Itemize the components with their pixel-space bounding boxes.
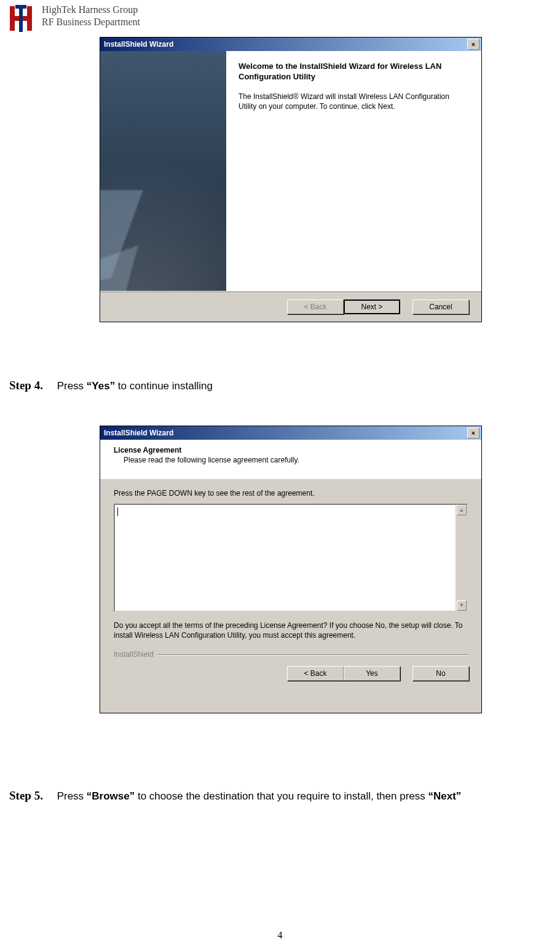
- close-icon[interactable]: ×: [467, 427, 479, 438]
- installshield-label: InstallShield: [114, 650, 154, 659]
- license-textarea[interactable]: [114, 504, 457, 612]
- license-title: License Agreement: [114, 446, 469, 454]
- installer-side-graphic: [100, 51, 226, 291]
- wizard-body-text: The InstallShield® Wizard will install W…: [239, 92, 469, 111]
- step-5-label: Step 5.: [9, 789, 43, 802]
- license-header: License Agreement Please read the follow…: [100, 440, 481, 480]
- window-title: InstallShield Wizard: [104, 40, 173, 49]
- back-button: < Back: [287, 299, 344, 314]
- step-5-text: Step 5. Press “Browse” to choose the des…: [9, 788, 557, 804]
- pagedown-instruction: Press the PAGE DOWN key to see the rest …: [114, 489, 468, 498]
- titlebar: InstallShield Wizard ×: [100, 38, 481, 51]
- company-logo-icon: [6, 4, 36, 33]
- quote-close: ”: [110, 380, 116, 392]
- next-button[interactable]: Next >: [344, 299, 400, 314]
- step-4-label: Step 4.: [9, 379, 43, 392]
- step-5-keyword-1: Browse: [92, 790, 129, 802]
- scrollbar[interactable]: ▲ ▼: [457, 504, 468, 612]
- group-separator: InstallShield: [114, 650, 468, 659]
- button-bar: < Back Next > Cancel: [100, 291, 481, 322]
- quote-close: ”: [456, 790, 462, 802]
- step-4-text: Step 4. Press “Yes” to continue installi…: [9, 378, 557, 394]
- quote-close: ”: [130, 790, 135, 802]
- wizard-license-window: InstallShield Wizard × License Agreement…: [100, 426, 482, 713]
- back-button[interactable]: < Back: [287, 666, 344, 681]
- scroll-down-icon[interactable]: ▼: [457, 600, 467, 611]
- scroll-up-icon[interactable]: ▲: [457, 505, 467, 515]
- department-name: RF Business Department: [42, 16, 140, 28]
- page-number: 4: [0, 930, 560, 941]
- accept-question: Do you accept all the terms of the prece…: [114, 621, 468, 640]
- wizard-welcome-window: InstallShield Wizard × Welcome to the In…: [100, 37, 482, 322]
- document-page: HighTek Harness Group RF Business Depart…: [0, 0, 560, 952]
- step-4-post: to continue installing: [115, 380, 213, 392]
- step-4-pre: Press: [57, 380, 87, 392]
- button-bar: < Back Yes No: [100, 661, 481, 686]
- company-name: HighTek Harness Group: [42, 4, 140, 16]
- step-5-keyword-2: Next: [433, 790, 456, 802]
- quote-open: “: [428, 790, 434, 802]
- titlebar: InstallShield Wizard ×: [100, 426, 481, 440]
- license-subtitle: Please read the following license agreem…: [124, 456, 469, 464]
- doc-header: HighTek Harness Group RF Business Depart…: [6, 4, 140, 33]
- window-title: InstallShield Wizard: [104, 429, 173, 437]
- close-icon[interactable]: ×: [467, 39, 479, 50]
- step-5-mid: to choose the destination that you requi…: [135, 790, 428, 802]
- step-5-pre: Press: [57, 790, 87, 802]
- svg-rect-4: [19, 5, 23, 32]
- text-caret-icon: [117, 507, 118, 516]
- wizard-heading: Welcome to the InstallShield Wizard for …: [239, 61, 469, 82]
- yes-button[interactable]: Yes: [344, 666, 400, 681]
- cancel-button[interactable]: Cancel: [412, 299, 469, 314]
- no-button[interactable]: No: [412, 666, 469, 681]
- step-4-keyword: Yes: [92, 380, 109, 392]
